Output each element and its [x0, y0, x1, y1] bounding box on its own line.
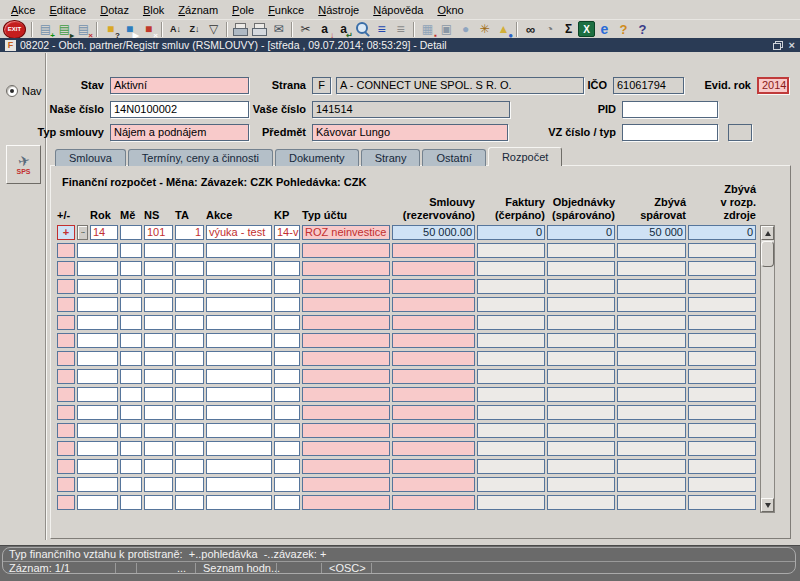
tab-smlouva[interactable]: Smlouva	[55, 149, 126, 166]
sort-descending-icon[interactable]: Z↓	[185, 21, 204, 38]
cell-ta[interactable]: 1	[175, 225, 204, 240]
cell-smlouvy[interactable]: 50 000.00	[392, 225, 475, 240]
empty-cell-akce	[206, 495, 272, 510]
search-icon[interactable]	[353, 21, 372, 38]
exit-button[interactable]: EXIT	[3, 20, 26, 39]
empty-cell-zbs	[617, 387, 686, 402]
tab-rozpocet[interactable]: Rozpočet	[488, 147, 562, 166]
menu-akce[interactable]: Akce	[4, 2, 42, 18]
predmet-label: Předmět	[230, 124, 306, 140]
menu-nastroje[interactable]: Nástroje	[311, 2, 366, 18]
cell-obj[interactable]: 0	[547, 225, 615, 240]
close-window-icon[interactable]: ×	[789, 40, 795, 51]
cell-typ[interactable]: ROZ neinvestice	[302, 225, 390, 240]
toolbar-separator	[96, 22, 98, 37]
nase-cislo-field[interactable]: 14N0100002	[110, 101, 249, 118]
vertical-scrollbar[interactable]	[760, 225, 775, 513]
sort-ascending-icon[interactable]: A↓	[166, 21, 185, 38]
menu-blok[interactable]: Blok	[136, 2, 171, 18]
calendar-icon[interactable]: ▦▪	[418, 21, 437, 38]
table-row-empty	[57, 315, 758, 333]
window-titlebar[interactable]: F 08202 - Obch. partner/Registr smluv (R…	[0, 38, 800, 52]
menu-funkce[interactable]: Funkce	[261, 2, 311, 18]
empty-cell-smlouvy	[392, 495, 475, 510]
column-header-me: Mě	[120, 209, 142, 222]
pid-field[interactable]	[622, 101, 718, 118]
table-row-empty	[57, 477, 758, 495]
scrollbar-thumb[interactable]	[761, 241, 774, 267]
mail-icon[interactable]: ✉	[269, 21, 288, 38]
cell-me[interactable]	[120, 225, 142, 240]
excel-icon[interactable]: X	[578, 21, 595, 37]
navigator-list-icon[interactable]: ≡	[372, 21, 391, 38]
empty-cell-rok	[77, 441, 118, 456]
vz-typ-field[interactable]	[728, 124, 752, 141]
empty-cell-plus	[57, 333, 75, 348]
stav-field[interactable]: Aktivní	[110, 77, 249, 94]
enter-query-icon[interactable]: ■?	[101, 21, 120, 38]
tab-strany[interactable]: Strany	[361, 149, 421, 166]
save-icon[interactable]: ▣	[437, 21, 456, 38]
tab-terminy[interactable]: Termíny, ceny a činnosti	[128, 149, 273, 166]
empty-cell-smlouvy	[392, 405, 475, 420]
tree-list-icon[interactable]: ≡	[391, 21, 410, 38]
filter-icon[interactable]: ▽	[204, 21, 223, 38]
empty-cell-ns	[144, 495, 173, 510]
empty-cell-kp	[274, 297, 300, 312]
cell-ns[interactable]: 101	[144, 225, 173, 240]
browser-icon[interactable]: e	[595, 21, 614, 38]
empty-cell-typ	[302, 333, 390, 348]
menu-editace[interactable]: Editace	[42, 2, 93, 18]
alert-icon[interactable]: ▲●	[494, 21, 513, 38]
strana-code-field[interactable]: F	[312, 77, 331, 94]
cut-icon[interactable]: ✂	[296, 21, 315, 38]
print-icon[interactable]	[231, 21, 250, 38]
globe-icon[interactable]: ●	[456, 21, 475, 38]
menu-zaznam[interactable]: Záznam	[171, 2, 225, 18]
glasses-icon[interactable]: ∞	[521, 21, 540, 38]
tab-dokumenty[interactable]: Dokumenty	[275, 149, 359, 166]
vz-cislo-field[interactable]	[622, 124, 718, 141]
delete-record-icon[interactable]: ▤×	[74, 21, 93, 38]
copy-icon[interactable]: a↓	[315, 21, 334, 38]
menu-pole[interactable]: Pole	[225, 2, 261, 18]
cell-zbs[interactable]: 50 000	[617, 225, 686, 240]
row-detail-button[interactable]: ...	[77, 225, 88, 240]
status-box: Typ finančního vztahu k protistraně: +..…	[2, 547, 796, 574]
cell-zbr[interactable]: 0	[688, 225, 756, 240]
insert-record-icon[interactable]: ▤+	[36, 21, 55, 38]
execute-query-icon[interactable]: ■▶	[120, 21, 139, 38]
menu-okno[interactable]: Okno	[430, 2, 470, 18]
empty-cell-typ	[302, 423, 390, 438]
arrow-down-icon	[765, 503, 771, 508]
cell-kp[interactable]: 14-v	[274, 225, 300, 240]
cancel-query-icon[interactable]: ■×	[139, 21, 158, 38]
evid-rok-field[interactable]: 2014	[757, 77, 789, 94]
cell-rok[interactable]: 14	[90, 225, 118, 240]
restore-window-icon[interactable]	[773, 41, 783, 50]
scroll-up-button[interactable]	[761, 226, 774, 240]
sps-button[interactable]: ✈ SPS	[6, 145, 41, 184]
tab-ostatni[interactable]: Ostatní	[422, 149, 485, 166]
empty-cell-faktury	[477, 279, 545, 294]
cell-akce[interactable]: výuka - test	[206, 225, 272, 240]
paste-icon[interactable]: a↵	[334, 21, 353, 38]
gauge-icon[interactable]: ◔	[540, 21, 559, 38]
cell-faktury[interactable]: 0	[477, 225, 545, 240]
empty-cell-zbs	[617, 495, 686, 510]
vase-cislo-field[interactable]: 141514	[312, 101, 510, 118]
menu-napoveda[interactable]: Nápověda	[366, 2, 430, 18]
duplicate-record-icon[interactable]: ▤▸	[55, 21, 74, 38]
sum-icon[interactable]: Σ	[559, 21, 578, 38]
help-icon[interactable]: ?	[633, 21, 652, 38]
empty-cell-obj	[547, 441, 615, 456]
help-search-icon[interactable]: ?	[614, 21, 633, 38]
cell-plus[interactable]: +	[57, 225, 75, 240]
menu-dotaz[interactable]: Dotaz	[93, 2, 136, 18]
wheel-icon[interactable]: ✳	[475, 21, 494, 38]
print-setup-icon[interactable]	[250, 21, 269, 38]
empty-cell-faktury	[477, 423, 545, 438]
scroll-down-button[interactable]	[761, 498, 774, 512]
typ-smlouvy-field[interactable]: Nájem a podnájem	[110, 124, 249, 141]
predmet-field[interactable]: Kávovar Lungo	[312, 124, 508, 141]
